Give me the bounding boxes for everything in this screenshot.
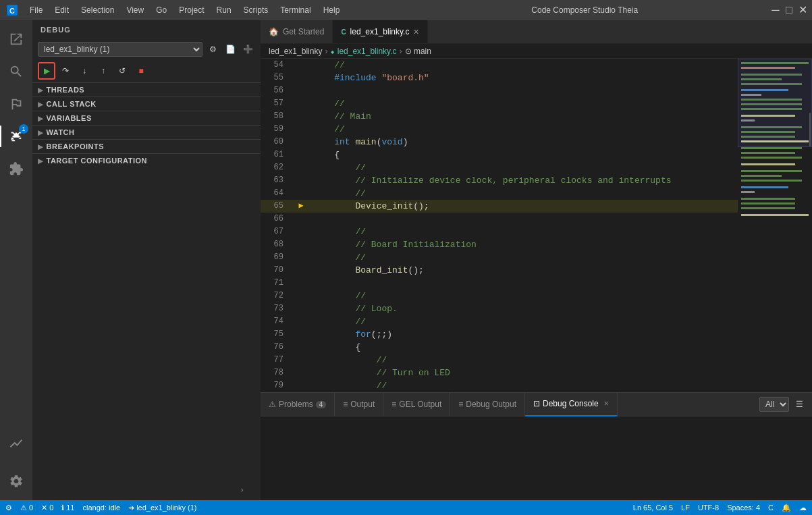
panel-tab-debug-output-label: Debug Output [466, 400, 516, 409]
tab-led-blinky[interactable]: C led_ex1_blinky.c × [333, 20, 427, 43]
debug-step-over-button[interactable]: ↷ [57, 62, 74, 80]
tab-get-started[interactable]: 🏠 Get Started [261, 20, 333, 43]
panel-filter-select[interactable]: All [759, 397, 789, 412]
minimize-button[interactable]: ─ [772, 6, 780, 14]
debug-stop-button[interactable]: ■ [132, 62, 150, 80]
statusbar-eol-label: LF [681, 504, 690, 512]
minimap-svg [738, 59, 812, 392]
panel-menu-icon[interactable]: ☰ [792, 397, 807, 412]
breadcrumb-symbol[interactable]: ⊙ main [405, 47, 431, 56]
debug-output-icon: ≡ [458, 400, 463, 409]
statusbar-debug-target[interactable]: ➜ led_ex1_blinky (1) [128, 504, 196, 512]
panel-tab-debug-console-label: Debug Console [543, 399, 599, 408]
code-line-73: 73 // Loop. [261, 302, 738, 315]
activity-source-control[interactable] [0, 88, 32, 120]
section-variables: ▶ VARIABLES [32, 111, 261, 125]
sidebar-header: DEBUG [32, 20, 261, 39]
chevron-right-icon: ▶ [38, 129, 44, 136]
panel-tab-gel-output[interactable]: ≡ GEL Output [383, 393, 450, 416]
panel-content[interactable]: › [261, 416, 812, 500]
activity-debug[interactable]: 1 [0, 120, 32, 153]
statusbar-language[interactable]: C [768, 504, 774, 512]
section-watch-label: WATCH [47, 128, 75, 136]
section-threads-header[interactable]: ▶ THREADS [32, 83, 261, 97]
breadcrumb-project[interactable]: led_ex1_blinky [269, 47, 322, 56]
svg-text:C: C [9, 7, 15, 15]
panel-close-button[interactable]: × [604, 399, 609, 408]
menu-edit[interactable]: Edit [49, 4, 74, 16]
arrow-icon: ➜ [128, 504, 134, 512]
menu-help[interactable]: Help [318, 4, 346, 16]
section-call-stack-header[interactable]: ▶ CALL STACK [32, 97, 261, 111]
debug-step-out-button[interactable]: ↑ [94, 62, 112, 80]
statusbar-info[interactable]: ℹ 11 [61, 504, 74, 512]
activity-extensions[interactable] [0, 153, 32, 185]
svg-rect-29 [741, 207, 795, 209]
menu-scripts[interactable]: Scripts [238, 4, 274, 16]
info-icon: ℹ [61, 504, 64, 512]
menu-view[interactable]: View [121, 4, 149, 16]
menu-bar: File Edit Selection View Go Project Run … [24, 4, 398, 16]
menu-file[interactable]: File [24, 4, 48, 16]
svg-rect-24 [741, 180, 802, 182]
statusbar-remote[interactable]: ⚙ [5, 504, 12, 512]
section-target-config-header[interactable]: ▶ TARGET CONFIGURATION [32, 154, 261, 167]
code-line-70: 70 Board_init(); [261, 264, 738, 277]
menu-run[interactable]: Run [211, 4, 237, 16]
warning-icon: ⚠ [269, 400, 276, 409]
app-logo: C [5, 3, 19, 17]
statusbar-notifications[interactable]: 🔔 [782, 504, 791, 512]
code-line-78: 78 // Turn on LED [261, 367, 738, 379]
code-line-67: 67 // [261, 225, 738, 238]
output-icon: ≡ [343, 400, 348, 409]
activity-explorer[interactable] [0, 23, 32, 55]
code-line-57: 57 // [261, 97, 738, 110]
maximize-button[interactable]: □ [785, 6, 793, 14]
debug-step-into-button[interactable]: ↓ [76, 62, 93, 80]
code-line-58: 58 // Main [261, 110, 738, 123]
svg-rect-23 [741, 175, 782, 177]
svg-rect-20 [741, 157, 802, 159]
debug-open-config-icon[interactable]: 📄 [223, 42, 238, 57]
section-breakpoints: ▶ BREAKPOINTS [32, 139, 261, 153]
menu-project[interactable]: Project [173, 4, 209, 16]
statusbar-sync[interactable]: ☁ [799, 504, 807, 512]
menu-go[interactable]: Go [151, 4, 172, 16]
sidebar: DEBUG led_ex1_blinky (1) ⚙ 📄 ➕ ▶ ↷ ↓ ↑ ↺… [32, 20, 261, 500]
menu-terminal[interactable]: Terminal [275, 4, 316, 16]
statusbar-clangd[interactable]: clangd: idle [83, 504, 121, 512]
section-watch-header[interactable]: ▶ WATCH [32, 126, 261, 139]
debug-resume-button[interactable]: ▶ [38, 62, 55, 80]
activity-settings[interactable] [0, 465, 32, 497]
debug-add-config-icon[interactable]: ➕ [240, 42, 255, 57]
panel-tab-debug-output[interactable]: ≡ Debug Output [450, 393, 525, 416]
activity-graph[interactable] [0, 427, 32, 460]
statusbar-encoding[interactable]: UTF-8 [698, 504, 719, 512]
activity-search[interactable] [0, 55, 32, 88]
section-variables-header[interactable]: ▶ VARIABLES [32, 111, 261, 125]
panel-tab-problems-label: Problems [279, 400, 313, 409]
menu-selection[interactable]: Selection [76, 4, 119, 16]
code-lines: 54 // 55 #include "board.h" 56 [261, 59, 738, 392]
statusbar-errors[interactable]: ✕ 0 [41, 504, 53, 512]
statusbar-position[interactable]: Ln 65, Col 5 [633, 504, 673, 512]
panel-tab-output[interactable]: ≡ Output [335, 393, 383, 416]
panel-tab-debug-console[interactable]: ⊡ Debug Console × [525, 393, 618, 416]
code-line-74: 74 // [261, 315, 738, 328]
debug-settings-icon[interactable]: ⚙ [205, 42, 220, 57]
statusbar-warnings[interactable]: ⚠ 0 [20, 504, 33, 512]
section-watch: ▶ WATCH [32, 125, 261, 139]
debug-config-select[interactable]: led_ex1_blinky (1) [38, 42, 202, 57]
debug-restart-button[interactable]: ↺ [113, 62, 131, 80]
window-controls: ─ □ ✕ [772, 6, 807, 14]
statusbar-eol[interactable]: LF [681, 504, 690, 512]
section-breakpoints-header[interactable]: ▶ BREAKPOINTS [32, 140, 261, 153]
breadcrumb-file[interactable]: ⬥ led_ex1_blinky.c [330, 47, 396, 56]
statusbar-spaces[interactable]: Spaces: 4 [727, 504, 760, 512]
code-line-54: 54 // [261, 59, 738, 72]
close-button[interactable]: ✕ [799, 6, 807, 14]
panel-tab-problems[interactable]: ⚠ Problems 4 [261, 393, 335, 416]
code-editor[interactable]: 54 // 55 #include "board.h" 56 [261, 59, 738, 392]
statusbar-spaces-label: Spaces: 4 [727, 504, 760, 512]
tab-close-button[interactable]: × [413, 27, 418, 36]
